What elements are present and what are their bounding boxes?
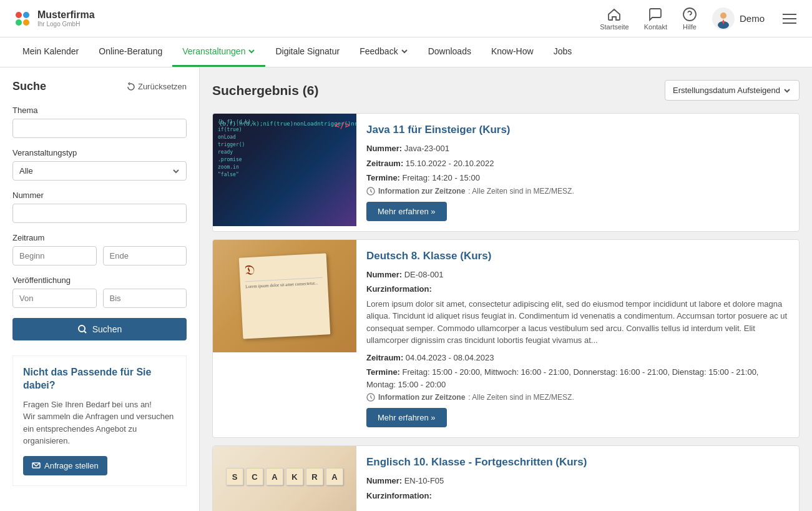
user-name-label: Demo [740,13,765,24]
course-thumb-deutsch: 𝔇 Lorem ipsum dolor sit amet consectetur… [213,240,356,352]
nav-item-veranstaltungen[interactable]: Veranstaltungen [172,37,265,67]
course-zeitraum-java: Zeitraum: 15.10.2022 - 20.10.2022 [366,157,789,170]
hilfe-label: Hilfe [683,23,697,31]
help-icon [682,7,697,22]
course-title-englisch: Englisch 10. Klasse - Fortgeschritten (K… [366,456,789,469]
thema-label: Thema [12,106,187,115]
mehr-label-deutsch: Mehr erfahren » [378,413,436,422]
sort-chevron-icon [783,86,791,95]
nav-item-feedback[interactable]: Feedback [350,37,418,67]
course-nummer-label-java: Nummer: [366,144,402,153]
nav-item-knowhow[interactable]: Know-How [481,37,544,67]
top-bar: Musterfirma Ihr Logo GmbH Startseite Kon… [0,0,812,37]
nav-item-jobs[interactable]: Jobs [544,37,582,67]
chevron-down-icon [248,47,255,55]
zeitraum-beginn-input[interactable] [12,246,97,265]
sort-label: Erstellungsdatum Aufsteigend [673,86,780,95]
results-title: Suchergebnis (6) [212,83,318,98]
veroeffentlichung-bis-input[interactable] [103,289,187,308]
user-avatar-icon [712,7,735,30]
svg-point-4 [683,8,696,21]
results-title-text: Suchergebnis [212,83,299,97]
hamburger-line-2 [783,18,796,19]
reset-link[interactable]: Zurücksetzen [127,82,187,91]
nav-label-beratung: Online-Beratung [99,46,162,56]
user-area[interactable]: Demo [712,7,765,30]
veranstaltungstyp-field-group: Veranstaltungstyp Alle Kurs Webinar Semi… [12,148,187,181]
course-zeitraum-label-java: Zeitraum: [366,159,403,168]
chevron-down-feedback-icon [401,47,408,55]
sort-dropdown[interactable]: Erstellungsdatum Aufsteigend [665,80,800,101]
course-nummer-val-java: Java-23-001 [404,144,449,153]
hilfe-nav-item[interactable]: Hilfe [682,7,697,31]
mehr-erfahren-deutsch[interactable]: Mehr erfahren » [366,408,447,427]
course-termine-label-java: Termine: [366,173,400,182]
search-button[interactable]: Suchen [12,318,187,340]
nav-item-kalender[interactable]: Mein Kalender [12,37,89,67]
timezone-note-java: Information zur Zeitzone : Alle Zeiten s… [366,187,789,196]
course-card-deutsch: 𝔇 Lorem ipsum dolor sit amet consectetur… [212,239,800,439]
course-zeitraum-val-java: 15.10.2022 - 20.10.2022 [406,159,494,168]
nav-item-downloads[interactable]: Downloads [418,37,481,67]
nav-label-feedback: Feedback [360,46,398,56]
kurzinfo-label-englisch: Kurzinformation: [366,491,432,500]
logo-sub: Ihr Logo GmbH [37,21,95,27]
kontakt-label: Kontakt [644,23,667,31]
sidebar-title: Suche [12,80,46,93]
course-nummer-val-englisch: EN-10-F05 [404,476,444,485]
course-nummer-java: Nummer: Java-23-001 [366,142,789,155]
content-area: Suchergebnis (6) Erstellungsdatum Aufste… [200,67,812,511]
course-card-java: {b,f}.(d,k);if(true)onLoadtrigger()ready… [212,113,800,232]
startseite-nav-item[interactable]: Startseite [600,7,629,31]
svg-point-1 [23,12,29,18]
course-termine-val-deutsch: Freitag: 15:00 - 20:00, Mittwoch: 16:00 … [366,367,758,389]
zeitraum-label: Zeitraum [12,233,187,242]
veranstaltungstyp-label: Veranstaltungstyp [12,148,187,157]
reset-icon [127,82,135,91]
nav-label-downloads: Downloads [428,46,471,56]
promo-anfrage-button[interactable]: Anfrage stellen [23,456,107,475]
veranstaltungstyp-select[interactable]: Alle Kurs Webinar Seminar [12,161,187,181]
veranstaltungstyp-select-wrapper: Alle Kurs Webinar Seminar [12,161,187,181]
hamburger-line-3 [783,22,796,24]
svg-point-6 [720,12,726,19]
logo-area[interactable]: Musterfirma Ihr Logo GmbH [12,9,95,29]
promo-text: Fragen Sie Ihren Bedarf bei uns an!Wir s… [23,399,176,447]
timezone-note-deutsch: Information zur Zeitzone : Alle Zeiten s… [366,393,789,402]
nav-item-signatur[interactable]: Digitale Signatur [265,37,350,67]
nav-item-beratung[interactable]: Online-Beratung [89,37,172,67]
tz-note-java: : Alle Zeiten sind in MEZ/MESZ. [468,187,574,196]
thema-input[interactable] [12,119,187,138]
sidebar: Suche Zurücksetzen Thema Veranstaltungst… [0,67,200,511]
svg-point-9 [79,325,85,332]
search-icon [77,324,87,334]
course-title-deutsch: Deutsch 8. Klasse (Kurs) [366,250,789,262]
hamburger-menu[interactable] [780,9,800,29]
course-termine-val-java: Freitag: 14:20 - 15:00 [403,173,480,182]
clock-icon-deutsch [366,393,375,402]
course-zeitraum-label-deutsch: Zeitraum: [366,353,403,362]
course-termine-deutsch: Termine: Freitag: 15:00 - 20:00, Mittwoc… [366,366,789,390]
tz-label-java: Information zur Zeitzone [378,187,465,196]
home-icon [607,7,622,22]
svg-point-3 [23,19,29,26]
zeitraum-ende-input[interactable] [103,246,187,265]
top-right-nav: Startseite Kontakt Hilfe Demo [600,7,800,31]
zeitraum-date-row [12,246,187,265]
kontakt-nav-item[interactable]: Kontakt [644,7,667,31]
results-count: (6) [303,83,319,97]
course-thumb-englisch: S C A K R A B B L E N [213,446,356,511]
course-card-englisch: S C A K R A B B L E N Englisch 10. Klass… [212,445,800,511]
veroeffentlichung-date-row [12,289,187,308]
envelope-icon [32,461,41,470]
nummer-field-group: Nummer [12,191,187,223]
course-body-java: Java 11 für Einsteiger (Kurs) Nummer: Ja… [356,114,799,231]
nummer-input[interactable] [12,204,187,223]
svg-point-0 [16,12,22,18]
clock-icon-java [366,187,375,196]
veroeffentlichung-von-input[interactable] [12,289,97,308]
course-kurzinfo-deutsch: Lorem ipsum dolor sit amet, consectetur … [366,298,789,347]
nav-label-veranstaltungen: Veranstaltungen [182,46,245,56]
nummer-label: Nummer [12,191,187,200]
mehr-erfahren-java[interactable]: Mehr erfahren » [366,202,447,221]
